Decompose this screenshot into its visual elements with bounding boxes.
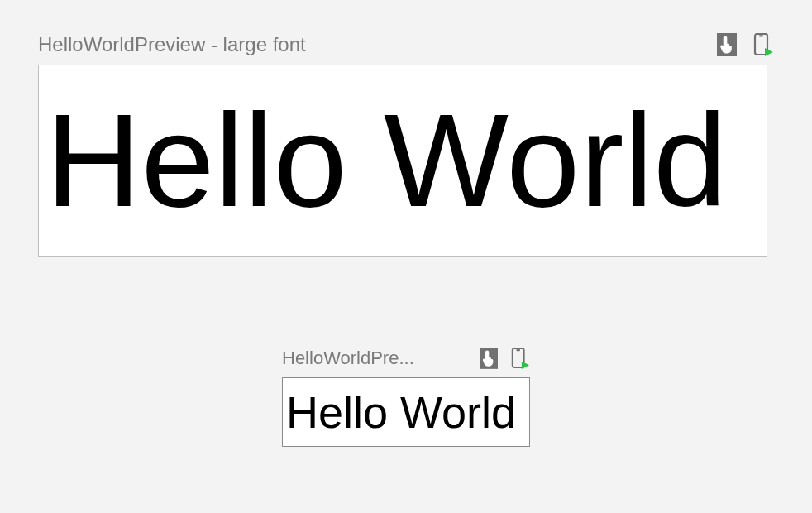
device-run-icon bbox=[510, 348, 530, 369]
preview-text: Hello World bbox=[286, 390, 516, 434]
preview-item-small: HelloWorldPre... bbox=[282, 348, 530, 447]
preview-title: HelloWorldPre... bbox=[282, 348, 469, 369]
preview-pane: HelloWorldPreview - large font bbox=[0, 0, 812, 447]
preview-text: Hello World bbox=[45, 94, 727, 227]
run-preview-button[interactable] bbox=[510, 348, 530, 369]
preview-toolbar bbox=[716, 33, 774, 56]
run-preview-button[interactable] bbox=[752, 33, 774, 56]
hand-pointer-icon bbox=[480, 348, 498, 369]
preview-title: HelloWorldPreview - large font bbox=[38, 33, 706, 56]
interactive-mode-button[interactable] bbox=[479, 348, 499, 369]
preview-header: HelloWorldPre... bbox=[282, 348, 530, 369]
preview-toolbar bbox=[479, 348, 530, 369]
device-run-icon bbox=[752, 33, 774, 56]
svg-rect-5 bbox=[516, 349, 520, 351]
preview-canvas[interactable]: Hello World bbox=[38, 65, 767, 256]
interactive-mode-button[interactable] bbox=[716, 33, 738, 56]
preview-item-large: HelloWorldPreview - large font bbox=[38, 33, 774, 256]
preview-header: HelloWorldPreview - large font bbox=[38, 33, 774, 56]
svg-rect-2 bbox=[759, 35, 763, 36]
hand-pointer-icon bbox=[717, 33, 737, 56]
preview-canvas[interactable]: Hello World bbox=[282, 377, 530, 447]
